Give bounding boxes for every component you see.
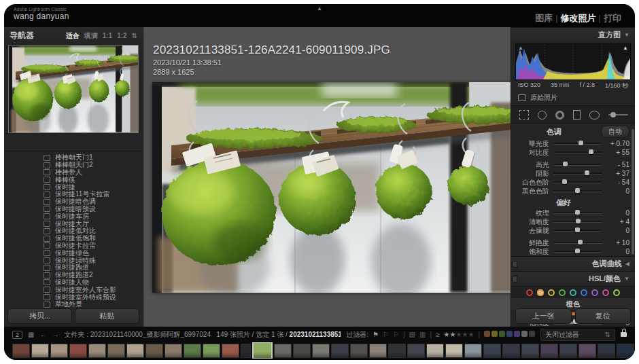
main-photo[interactable] <box>152 82 513 293</box>
slider-knob[interactable] <box>575 228 580 232</box>
filmstrip-thumb[interactable] <box>145 344 163 358</box>
original-photo-row[interactable]: 原始照片 <box>511 92 635 106</box>
filmstrip-thumb[interactable] <box>502 344 520 358</box>
filmstrip-thumb[interactable] <box>426 344 444 358</box>
radial-filter-icon[interactable] <box>589 111 600 120</box>
crop-tool-icon[interactable] <box>519 110 529 120</box>
filmstrip-thumb[interactable] <box>407 344 425 358</box>
filmstrip-thumb[interactable] <box>12 344 30 358</box>
slider-track[interactable] <box>553 143 602 145</box>
zoom-switch-icon[interactable]: ⇅ <box>132 32 137 39</box>
color-label-chip[interactable] <box>529 331 535 337</box>
module-print[interactable]: 打印 <box>604 13 621 23</box>
slider-knob[interactable] <box>576 219 581 223</box>
slider-knob[interactable] <box>575 210 580 215</box>
filmstrip-thumb[interactable] <box>598 344 615 358</box>
color-label-chip[interactable] <box>499 331 505 337</box>
preset-item[interactable]: 草地外景 <box>4 301 143 308</box>
rating-operator[interactable]: ≥ <box>436 331 440 338</box>
zoom-level-1-1[interactable]: 1:1 <box>103 32 112 39</box>
reset-button[interactable]: 复位 <box>575 308 632 324</box>
shadow-clip-icon[interactable]: ▲ <box>518 46 523 51</box>
flag-pick-icon[interactable]: ⚑ <box>373 331 379 338</box>
filmstrip-thumb[interactable] <box>521 344 539 358</box>
filmstrip-thumb[interactable] <box>559 344 577 358</box>
histogram[interactable]: ▲ ▲ <box>515 43 631 80</box>
filmstrip-thumb[interactable] <box>126 344 144 358</box>
slider-knob[interactable] <box>563 162 568 166</box>
tone-curve-header[interactable]: 色调曲线 ◀ <box>511 256 635 271</box>
filmstrip-thumb[interactable] <box>312 344 330 358</box>
filmstrip-thumb[interactable] <box>184 344 201 358</box>
zoom-level-fill[interactable]: 填满 <box>84 31 98 41</box>
color-label-chip[interactable] <box>491 331 498 337</box>
filmstrip-thumb[interactable] <box>69 344 87 358</box>
slider-track[interactable] <box>553 212 602 214</box>
hsl-dot-purple[interactable] <box>591 289 598 296</box>
module-library[interactable]: 图库 <box>535 13 553 23</box>
file-info[interactable]: 文件夹 : 20231021140000_摄影师阿辉_6997024 149 张… <box>64 330 341 340</box>
hsl-dot-all[interactable] <box>613 289 620 296</box>
filmstrip-thumb[interactable] <box>252 342 273 359</box>
module-develop[interactable]: 修改照片 <box>561 13 596 23</box>
star-icon[interactable]: ★ <box>444 331 450 338</box>
filmstrip-thumb[interactable] <box>107 344 125 358</box>
grid-view-icon[interactable]: ▦ <box>28 331 34 338</box>
filmstrip-thumb[interactable] <box>617 344 634 358</box>
filmstrip-thumb[interactable] <box>31 344 49 358</box>
graduated-filter-icon[interactable] <box>573 110 581 120</box>
filmstrip-thumb[interactable] <box>369 344 387 358</box>
color-label-chip[interactable] <box>506 331 513 337</box>
highlight-clip-icon[interactable]: ▲ <box>623 46 628 51</box>
forward-arrow-icon[interactable]: → <box>52 331 58 338</box>
slider-track[interactable] <box>553 164 602 166</box>
slider-track[interactable] <box>553 151 602 153</box>
color-label-chip[interactable] <box>514 331 520 337</box>
slider-knob[interactable] <box>575 188 580 193</box>
lock-icon[interactable] <box>621 332 627 337</box>
flag-unflagged-icon[interactable]: ⚐ <box>383 331 389 338</box>
histogram-header[interactable]: 直方图 ▼ <box>511 27 635 42</box>
filmstrip-thumb[interactable] <box>88 344 106 358</box>
edit-status-icon[interactable]: ▤ <box>409 331 415 338</box>
slider-track[interactable] <box>553 190 602 192</box>
slider-knob[interactable] <box>575 249 580 253</box>
right-panel-scrollbar[interactable] <box>632 129 634 255</box>
filmstrip-thumb[interactable] <box>578 344 596 358</box>
filmstrip-thumb[interactable] <box>50 344 68 358</box>
filmstrip-thumb[interactable] <box>540 344 558 358</box>
color-label-chip[interactable] <box>521 331 528 337</box>
filmstrip-thumb[interactable] <box>388 344 406 358</box>
red-eye-icon[interactable] <box>555 111 564 120</box>
hsl-dot-aqua[interactable] <box>570 289 576 296</box>
hsl-dot-yellow[interactable] <box>548 289 555 296</box>
slider-track[interactable] <box>553 181 602 183</box>
paste-button[interactable]: 粘贴 <box>75 308 139 324</box>
spot-removal-icon[interactable] <box>538 111 547 120</box>
filmstrip-thumb[interactable] <box>241 344 251 358</box>
second-monitor-button[interactable]: 2 <box>12 331 22 339</box>
hsl-dot-green[interactable] <box>559 289 566 296</box>
auto-button[interactable]: 自动 <box>601 126 629 138</box>
hsl-dot-red[interactable] <box>526 289 533 296</box>
slider-knob[interactable] <box>578 240 583 244</box>
slider-track[interactable] <box>553 242 602 244</box>
back-arrow-icon[interactable]: ← <box>39 331 46 338</box>
filmstrip-thumb[interactable] <box>274 344 292 358</box>
hsl-dot-orange[interactable] <box>537 289 544 296</box>
slider-knob[interactable] <box>578 141 583 145</box>
hsl-dot-magenta[interactable] <box>602 289 609 296</box>
brush-slider[interactable] <box>608 114 628 115</box>
navigator-preview[interactable] <box>8 45 139 133</box>
slider-knob[interactable] <box>562 179 567 184</box>
slider-track[interactable] <box>553 221 602 223</box>
filmstrip-thumb[interactable] <box>350 344 368 358</box>
filmstrip-thumb[interactable] <box>165 344 182 358</box>
filmstrip-thumb[interactable] <box>331 344 349 358</box>
edit-status-off-icon[interactable]: ▥ <box>419 331 426 338</box>
color-label-chip[interactable] <box>484 331 490 337</box>
hsl-header[interactable]: HSL/颜色 ▼ <box>511 271 635 286</box>
filmstrip-thumb[interactable] <box>203 344 220 358</box>
filmstrip-thumb[interactable] <box>222 344 239 358</box>
flag-reject-icon[interactable]: ⚐ <box>393 331 399 338</box>
